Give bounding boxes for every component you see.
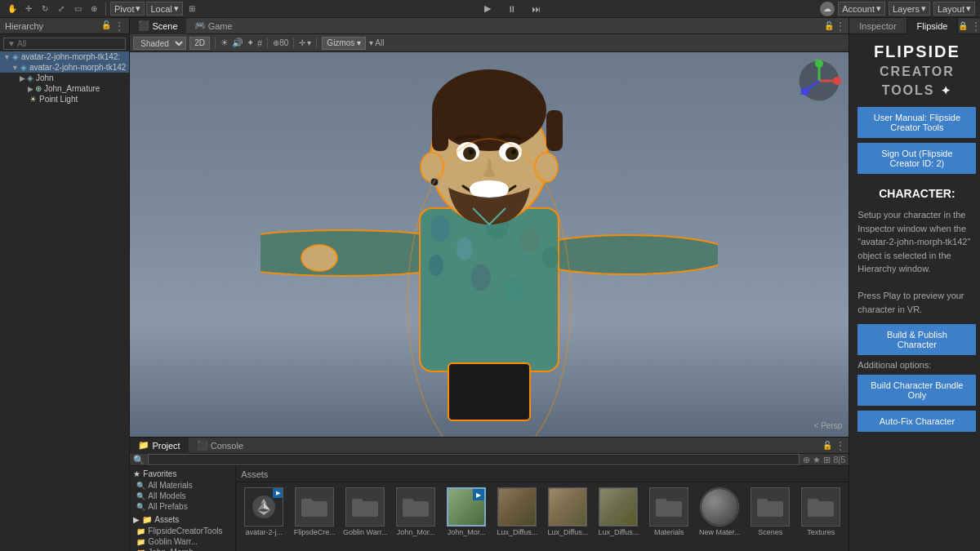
game-tab[interactable]: 🎮 Game	[186, 18, 241, 34]
fav-all-materials[interactable]: 🔍 All Materials	[133, 480, 232, 491]
search-options-icon[interactable]: ⊞	[823, 455, 831, 465]
sign-out-button[interactable]: Sign Out (Flipside Creator ID: 2)	[858, 143, 976, 174]
account-dropdown[interactable]: Account ▾	[838, 2, 885, 16]
extra-icon[interactable]: ⊞	[185, 2, 199, 16]
additional-options-label: Additional options:	[858, 360, 976, 370]
flipside-tab[interactable]: Flipside	[907, 18, 959, 34]
fav-all-prefabs[interactable]: 🔍 All Prefabs	[133, 501, 232, 512]
auto-fix-button[interactable]: Auto-Fix Character	[858, 411, 976, 432]
asset-goblin[interactable]: 📁 Goblin Warr...	[133, 536, 232, 547]
inspector-tab[interactable]: Inspector	[849, 18, 906, 34]
right-menu-icon[interactable]: ⋮	[971, 20, 980, 32]
topbar: ✋ ✛ ↻ ⤢ ▭ ⊕ Pivot ▾ Local ▾ ⊞ ▶ ⏸ ⏭ ☁ Ac…	[0, 0, 980, 18]
asset-john-morph[interactable]: 📁 John_Morph...	[133, 547, 232, 551]
layers-dropdown[interactable]: Layers ▾	[889, 2, 930, 16]
scale-icon[interactable]: ⤢	[54, 2, 69, 16]
asset-item-5[interactable]: Lux_Diffus...	[494, 487, 540, 536]
hierarchy-title-area: Hierarchy	[5, 21, 43, 31]
topbar-left-icons: ✋ ✛ ↻ ⤢ ▭ ⊕ Pivot ▾ Local ▾ ⊞	[0, 2, 204, 16]
toolbar-sep-2	[267, 38, 268, 49]
hierarchy-panel: Hierarchy 🔓 ⋮ ▼ ◈ avatar-2-john-morph-tk…	[0, 18, 130, 551]
hierarchy-item-4[interactable]: ☀ Point Light	[0, 94, 129, 104]
bottom-content: ★ Favorites 🔍 All Materials 🔍 All Models	[130, 466, 849, 551]
pivot-dropdown[interactable]: Pivot ▾	[110, 2, 145, 16]
move-icon[interactable]: ✛	[21, 2, 36, 16]
asset-item-7[interactable]: Lux_Diffus...	[595, 487, 641, 536]
asset-item-0[interactable]: ▶ avatar-2-j...	[241, 487, 287, 536]
favorites-header: ★ Favorites	[133, 469, 232, 478]
2d-button[interactable]: 2D	[189, 37, 210, 50]
console-tab[interactable]: ⬛ Console	[189, 438, 252, 454]
hierarchy-search[interactable]	[3, 38, 126, 50]
gizmos-button[interactable]: Gizmos ▾	[322, 37, 366, 50]
build-publish-button[interactable]: Build & Publish Character	[858, 324, 976, 355]
layout-dropdown[interactable]: Layout ▾	[933, 2, 975, 16]
character-container	[130, 52, 849, 437]
favorites-panel: ★ Favorites 🔍 All Materials 🔍 All Models	[130, 466, 236, 551]
audio-icon[interactable]: 🔊	[232, 38, 243, 48]
asset-item-1[interactable]: FlipsdeCre...	[292, 487, 337, 536]
bottom-menu-icon[interactable]: ⋮	[835, 440, 845, 451]
bottom-lock-icon[interactable]: 🔓	[822, 441, 832, 450]
grid-icon[interactable]: #	[257, 38, 262, 48]
svg-point-17	[421, 153, 443, 182]
hand-icon[interactable]: ✋	[5, 2, 20, 16]
svg-point-10	[471, 264, 491, 291]
light-icon[interactable]: ☀	[220, 38, 229, 48]
svg-point-18	[535, 153, 558, 182]
svg-point-11	[505, 278, 523, 302]
svg-point-7	[521, 229, 539, 253]
asset-item-2[interactable]: Goblin Warr...	[342, 487, 388, 536]
asset-item-9[interactable]: New Mater...	[697, 487, 742, 536]
search-filter-icon[interactable]: ⊕	[803, 455, 810, 465]
hierarchy-menu-icon[interactable]: ⋮	[114, 20, 124, 32]
scene-tab[interactable]: ⬛ Scene	[130, 18, 185, 34]
rect-icon[interactable]: ▭	[70, 2, 85, 16]
svg-point-24	[469, 149, 474, 154]
user-manual-button[interactable]: User Manual: Flipside Creator Tools	[858, 107, 976, 138]
svg-rect-15	[432, 110, 448, 151]
hierarchy-item-1[interactable]: ▼ ◈ avatar-2-john-morph-tk142	[0, 62, 129, 73]
bottom-search-bar: 🔍 ⊕ ★ ⊞ 8|5	[130, 454, 849, 466]
rotate-icon[interactable]: ↻	[38, 2, 52, 16]
shading-dropdown[interactable]: Shaded	[133, 37, 186, 50]
hierarchy-item-0[interactable]: ▼ ◈ avatar-2-john-morph-tk142:	[0, 51, 129, 62]
scene-menu-icon[interactable]: ⋮	[835, 20, 845, 32]
asset-item-6[interactable]: Lux_Diffus...	[545, 487, 590, 536]
tag-all-btn[interactable]: ▾ All	[369, 38, 384, 47]
asset-item-4[interactable]: ▶ John_Mor...	[443, 487, 489, 536]
step-button[interactable]: ⏭	[528, 2, 545, 16]
asset-item-8[interactable]: Materials	[646, 487, 692, 536]
asset-item-10[interactable]: Scenes	[747, 487, 793, 536]
project-tab[interactable]: 📁 Project	[130, 438, 188, 454]
assets-panel-header: Assets	[236, 466, 849, 482]
flipside-logo: FLIPSIDE CREATOR TOOLS ✦	[858, 42, 976, 99]
assets-fav-header: ▶ 📁 Assets	[133, 515, 232, 524]
asset-item-11[interactable]: Textures	[798, 487, 844, 536]
hierarchy-item-2[interactable]: ▶ ◈ John	[0, 73, 129, 83]
asset-item-3[interactable]: John_Mor...	[393, 487, 439, 536]
toolbar-sep-4	[316, 38, 317, 49]
transform-icon[interactable]: ⊕	[87, 2, 101, 16]
assets-section: ▶ 📁 Assets 📁 FlipsideCreatorTools 📁 Gobl…	[133, 515, 232, 551]
build-bundle-button[interactable]: Build Character Bundle Only	[858, 375, 976, 406]
play-button[interactable]: ▶	[479, 2, 496, 16]
fav-all-models[interactable]: 🔍 All Models	[133, 491, 232, 501]
search-star-icon[interactable]: ★	[813, 455, 821, 465]
hierarchy-lock-icon[interactable]: 🔓	[101, 20, 111, 32]
view-tabs: ⬛ Scene 🎮 Game 🔓 ⋮	[130, 18, 849, 34]
scene-view: X Y Z < Persp	[130, 52, 849, 437]
asset-flipside[interactable]: 📁 FlipsideCreatorTools	[133, 526, 232, 536]
topbar-right: ☁ Account ▾ Layers ▾ Layout ▾	[820, 2, 980, 16]
effect-icon[interactable]: ✦	[247, 38, 254, 48]
pause-button[interactable]: ⏸	[504, 2, 520, 16]
svg-point-5	[457, 238, 473, 260]
flipside-content: FLIPSIDE CREATOR TOOLS ✦ User Manual: Fl…	[849, 34, 980, 551]
local-dropdown[interactable]: Local ▾	[146, 2, 182, 16]
right-tabs: Inspector Flipside 🔒 ⋮	[849, 18, 980, 34]
hierarchy-item-3[interactable]: ▶ ⊕ John_Armature	[0, 83, 129, 94]
cloud-icon[interactable]: ☁	[820, 2, 835, 16]
scene-lock-icon[interactable]: 🔓	[824, 21, 834, 30]
right-lock-icon[interactable]: 🔒	[958, 21, 968, 30]
project-search-input[interactable]	[148, 454, 800, 465]
